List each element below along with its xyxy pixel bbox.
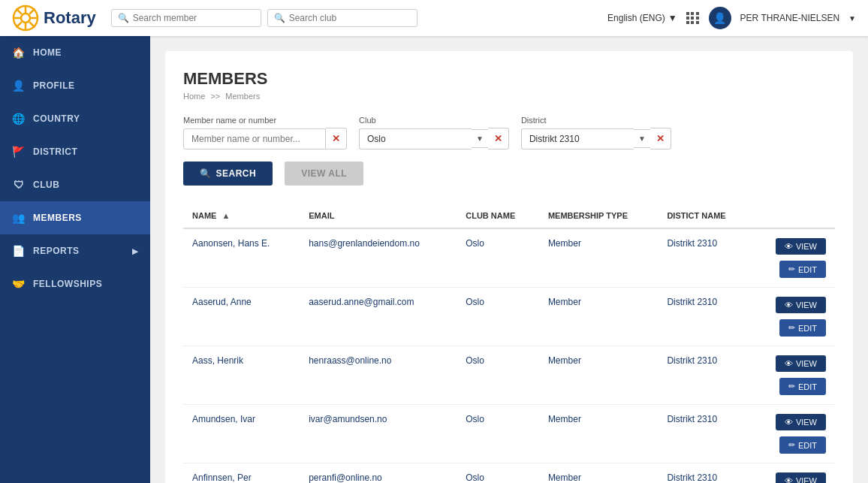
view-button[interactable]: 👁 VIEW <box>776 297 826 313</box>
member-name-link[interactable]: Aanonsen, Hans E. <box>192 238 270 249</box>
brand-name: Rotary <box>44 8 96 28</box>
language-label: English (ENG) <box>607 13 665 23</box>
grid-view-icon[interactable] <box>686 12 700 24</box>
cell-email: ivar@amundsen.no <box>300 405 457 463</box>
filter-district-clear-button[interactable]: ✕ <box>650 128 671 149</box>
filter-district: District Distrikt 2310 ▼ ✕ <box>521 116 671 149</box>
filter-row: Member name or number ✕ Club Oslo ▼ ✕ <box>183 116 835 149</box>
member-email-link[interactable]: henraass@online.no <box>309 355 391 366</box>
sidebar-item-profile[interactable]: 👤 PROFILE <box>0 69 150 102</box>
cell-club: Oslo <box>457 288 539 346</box>
language-chevron-icon: ▼ <box>668 13 677 23</box>
cell-membership: Member <box>539 463 659 484</box>
sidebar-item-district[interactable]: 🚩 DISTRICT <box>0 135 150 168</box>
member-name-link[interactable]: Aaserud, Anne <box>192 297 252 307</box>
filter-club-clear-button[interactable]: ✕ <box>488 128 509 149</box>
view-button[interactable]: 👁 VIEW <box>776 355 826 372</box>
table-row: Aaserud, Anne aaserud.anne@gmail.com Osl… <box>183 288 835 346</box>
svg-point-1 <box>21 14 30 23</box>
sidebar-item-home[interactable]: 🏠 HOME <box>0 36 150 69</box>
filter-club: Club Oslo ▼ ✕ <box>359 116 509 149</box>
edit-label: EDIT <box>798 382 817 391</box>
edit-button[interactable]: ✏ EDIT <box>779 378 826 395</box>
cell-club: Oslo <box>457 405 539 463</box>
col-district-name: DISTICT NAME <box>658 204 752 228</box>
eye-icon: 👁 <box>785 300 793 309</box>
edit-button[interactable]: ✏ EDIT <box>779 261 826 278</box>
cell-district: Distrikt 2310 <box>658 405 752 463</box>
user-dropdown-icon[interactable]: ▼ <box>848 14 856 23</box>
table-row: Aanonsen, Hans E. hans@grenlandeiendom.n… <box>183 228 835 288</box>
members-table: NAME ▲ EMAIL CLUB NAME MEMBERSHIP TYPE <box>183 204 835 483</box>
pencil-icon: ✏ <box>788 382 795 391</box>
member-email-link[interactable]: hans@grenlandeiendom.no <box>309 238 420 249</box>
breadcrumb-separator: >> <box>210 92 220 101</box>
cell-actions: 👁 VIEW ✏ EDIT <box>752 288 835 346</box>
sidebar-item-reports-label: REPORTS <box>33 246 125 256</box>
breadcrumb-home-link[interactable]: Home <box>183 92 205 101</box>
filter-member-clear-button[interactable]: ✕ <box>326 128 347 149</box>
country-icon: 🌐 <box>12 112 26 125</box>
search-button[interactable]: 🔍 SEARCH <box>183 162 273 186</box>
member-name-link[interactable]: Aass, Henrik <box>192 355 243 366</box>
view-label: VIEW <box>796 476 817 483</box>
pencil-icon: ✏ <box>788 264 795 274</box>
search-club-box[interactable]: 🔍 <box>267 9 417 27</box>
view-button[interactable]: 👁 VIEW <box>776 414 826 430</box>
member-name-link[interactable]: Anfinnsen, Per <box>192 472 252 483</box>
member-name-link[interactable]: Amundsen, Ivar <box>192 414 255 424</box>
member-email-link[interactable]: aaserud.anne@gmail.com <box>309 297 414 307</box>
edit-label: EDIT <box>798 265 817 274</box>
sidebar-item-country[interactable]: 🌐 COUNTRY <box>0 102 150 135</box>
sidebar-item-fellowships[interactable]: 🤝 FELLOWSHIPS <box>0 267 150 300</box>
eye-icon: 👁 <box>785 418 793 427</box>
language-selector[interactable]: English (ENG) ▼ <box>607 13 677 23</box>
col-name[interactable]: NAME ▲ <box>183 204 300 228</box>
view-label: VIEW <box>796 418 817 427</box>
main-layout: 🏠 HOME 👤 PROFILE 🌐 COUNTRY 🚩 DISTRICT 🛡 … <box>0 36 868 483</box>
view-label: VIEW <box>796 242 817 251</box>
view-button[interactable]: 👁 VIEW <box>776 472 826 483</box>
eye-icon: 👁 <box>785 476 793 483</box>
edit-button[interactable]: ✏ EDIT <box>779 436 826 454</box>
cell-membership: Member <box>539 228 659 288</box>
filter-district-select[interactable]: Distrikt 2310 <box>521 128 634 149</box>
search-club-input[interactable] <box>289 13 411 23</box>
members-icon: 👥 <box>12 211 26 225</box>
view-button[interactable]: 👁 VIEW <box>776 238 826 255</box>
navbar: Rotary 🔍 🔍 English (ENG) ▼ 👤 PER THRANE-… <box>0 0 868 36</box>
action-buttons: 👁 VIEW ✏ EDIT <box>761 238 826 278</box>
search-button-icon: 🔍 <box>200 168 212 179</box>
cell-district: Distrikt 2310 <box>658 346 752 405</box>
filter-district-chevron-icon: ▼ <box>634 129 650 148</box>
fellowships-icon: 🤝 <box>12 277 26 291</box>
search-member-input[interactable] <box>133 13 255 23</box>
sidebar-item-members-label: MEMBERS <box>33 213 138 223</box>
sidebar-item-district-label: DISTRICT <box>33 146 138 157</box>
search-button-label: SEARCH <box>216 168 257 179</box>
sidebar-item-reports[interactable]: 📄 REPORTS ▶ <box>0 234 150 267</box>
filter-club-select[interactable]: Oslo <box>359 128 472 149</box>
table-row: Anfinnsen, Per peranfi@online.no Oslo Me… <box>183 463 835 484</box>
filter-member-label: Member name or number <box>183 116 347 125</box>
user-name[interactable]: PER THRANE-NIELSEN <box>740 13 839 23</box>
cell-club: Oslo <box>457 463 539 484</box>
action-row: 🔍 SEARCH VIEW ALL <box>183 162 835 186</box>
col-email: EMAIL <box>300 204 457 228</box>
sidebar-item-club[interactable]: 🛡 CLUB <box>0 168 150 201</box>
filter-club-chevron-icon: ▼ <box>472 129 488 148</box>
sidebar-item-members[interactable]: 👥 MEMBERS <box>0 201 150 234</box>
cell-email: aaserud.anne@gmail.com <box>300 288 457 346</box>
member-email-link[interactable]: peranfi@online.no <box>309 472 382 483</box>
filter-member-input[interactable] <box>183 128 326 149</box>
search-member-box[interactable]: 🔍 <box>111 9 261 27</box>
view-all-button[interactable]: VIEW ALL <box>285 162 363 186</box>
action-buttons: 👁 VIEW ✏ EDIT <box>761 297 826 337</box>
filter-member: Member name or number ✕ <box>183 116 347 149</box>
filter-district-label: District <box>521 116 671 125</box>
edit-button[interactable]: ✏ EDIT <box>779 319 826 337</box>
member-email-link[interactable]: ivar@amundsen.no <box>309 414 387 424</box>
view-all-label: VIEW ALL <box>301 168 347 179</box>
sidebar-item-fellowships-label: FELLOWSHIPS <box>33 279 138 289</box>
cell-membership: Member <box>539 346 659 405</box>
